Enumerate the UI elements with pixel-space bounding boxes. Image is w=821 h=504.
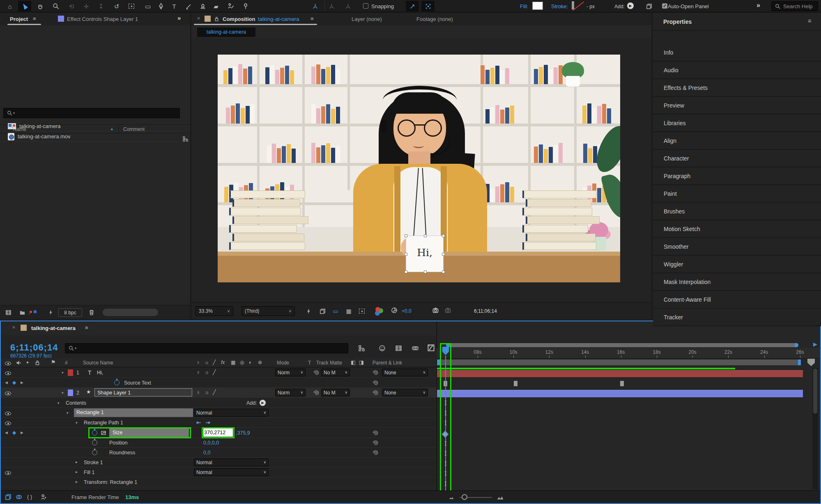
column-hash[interactable]: # — [65, 360, 68, 366]
matte-pickwhip-icon[interactable] — [314, 370, 319, 376]
frame-blending-icon[interactable] — [395, 345, 402, 352]
group-label[interactable]: Fill 1 — [84, 470, 94, 475]
expand-chevron-icon[interactable]: ▾ — [62, 391, 64, 395]
visibility-eye-icon[interactable] — [5, 470, 11, 476]
layer-color-chip[interactable] — [68, 369, 73, 376]
sidebar-item-align[interactable]: Align — [653, 132, 821, 150]
keyframe-next-icon[interactable]: ▶ — [21, 431, 23, 435]
magnification-dropdown[interactable]: 33.3% ∨ — [195, 306, 233, 316]
work-area-end-handle[interactable] — [798, 360, 801, 365]
rectangle-tool-button[interactable]: ▭ — [141, 1, 154, 11]
flowchart-icon[interactable] — [182, 136, 189, 142]
blend-mode-dropdown[interactable]: Norm∨ — [275, 389, 306, 396]
timeline-search-input[interactable] — [79, 345, 345, 351]
property-label[interactable]: Position — [109, 440, 127, 446]
collapsed-chevron-icon[interactable]: ▸ — [76, 470, 78, 474]
group-label[interactable]: Contents — [66, 400, 86, 406]
new-folder-icon[interactable] — [19, 309, 26, 316]
group-row-rectangle-path1[interactable]: ▾ Rectangle Path 1 ⇤ ⇥ — [1, 418, 437, 428]
expand-chevron-icon[interactable]: ▾ — [76, 421, 78, 425]
layer1-duration-bar[interactable] — [437, 370, 803, 377]
property-label-selected[interactable]: Size — [109, 428, 189, 437]
hand-tool-button[interactable] — [34, 1, 47, 11]
dolly-camera-tool-button[interactable]: ↧ — [94, 1, 108, 11]
local-axis-mode-icon[interactable] — [312, 3, 318, 9]
property-row-roundness[interactable]: Roundness 0,0 — [1, 448, 437, 458]
group-label[interactable]: Stroke 1 — [84, 460, 103, 465]
orbit-camera-tool-button[interactable]: ⟲ — [65, 1, 78, 11]
timeline-scrollbar[interactable] — [446, 343, 798, 347]
fast-previews-button[interactable] — [303, 306, 314, 316]
expand-chevron-icon[interactable]: ▾ — [67, 411, 69, 415]
tab-project[interactable]: Project — [10, 16, 28, 22]
camera-region-tool-button[interactable] — [125, 1, 138, 11]
path-direction-out-icon[interactable]: ⇥ — [205, 419, 210, 425]
project-item-row[interactable]: talking-at-camera — [0, 121, 180, 131]
region-of-interest-button[interactable]: ▦ — [343, 306, 354, 316]
sidebar-item-audio[interactable]: Audio — [653, 62, 821, 79]
keyframe-add-icon[interactable]: ◆ — [12, 380, 16, 385]
parent-pickwhip-icon[interactable] — [373, 370, 378, 376]
in-out-columns-icon[interactable]: { } — [27, 494, 32, 499]
trash-icon[interactable] — [88, 309, 95, 316]
shy-layers-icon[interactable] — [379, 345, 386, 352]
add-play-icon[interactable]: ▶ — [627, 2, 634, 9]
properties-menu-icon[interactable]: ≡ — [808, 18, 811, 24]
sidebar-item-paint[interactable]: Paint — [653, 185, 821, 203]
size-value-input[interactable] — [203, 428, 233, 437]
group-row-fill1[interactable]: ▸ Fill 1 Normal∨ — [1, 467, 437, 477]
parent-dropdown[interactable]: None∨ — [382, 369, 428, 376]
close-tab-icon[interactable]: × — [197, 16, 200, 21]
rotation-tool-button[interactable]: ↺ — [110, 1, 123, 11]
zoom-in-mountain-icon[interactable] — [496, 493, 504, 501]
selection-handle[interactable] — [405, 234, 407, 237]
pen-tool-button[interactable] — [154, 1, 168, 11]
grid-guides-button[interactable] — [356, 306, 367, 316]
exposure-value[interactable]: +0,0 — [402, 308, 412, 314]
column-parent-link[interactable]: Parent & Link — [373, 360, 402, 366]
sidebar-item-smoother[interactable]: Smoother — [653, 238, 821, 256]
snapshot-camera-icon[interactable] — [432, 307, 439, 314]
selection-handle[interactable] — [405, 270, 407, 273]
sidebar-item-paragraph[interactable]: Paragraph — [653, 167, 821, 185]
stopwatch-icon[interactable] — [114, 380, 120, 385]
group-row-rectangle1[interactable]: ▾ Rectangle 1 Normal∨ — [1, 408, 437, 418]
current-timecode[interactable]: 6;11;06;14 — [10, 342, 58, 353]
tab-effect-controls[interactable]: Effect Controls Shape Layer 1 — [67, 16, 138, 22]
blend-mode-dropdown[interactable]: Norm∨ — [275, 369, 306, 376]
stopwatch-icon[interactable] — [92, 450, 97, 455]
layer2-duration-bar[interactable] — [437, 390, 803, 397]
work-area-bar[interactable] — [437, 360, 801, 365]
transparency-grid-button[interactable] — [317, 306, 328, 316]
expand-layers-icon[interactable] — [5, 494, 11, 500]
keyframe-prev-icon[interactable]: ◀ — [5, 431, 8, 435]
zoom-tool-button[interactable] — [49, 1, 62, 11]
brush-tool-button[interactable] — [182, 1, 195, 11]
matte-pickwhip-icon[interactable] — [314, 390, 319, 396]
parent-dropdown[interactable]: None∨ — [382, 389, 428, 396]
transfer-modes-icon[interactable] — [16, 494, 22, 500]
group-row-contents[interactable]: ▾ Contents Add: ▶ — [1, 398, 437, 408]
selection-handle[interactable] — [424, 270, 427, 273]
eraser-tool-button[interactable]: ▰ — [209, 1, 223, 11]
motion-blur-icon[interactable] — [412, 345, 419, 352]
switch-anchor-icon[interactable]: ♁ — [196, 390, 200, 395]
graph-editor-icon[interactable] — [427, 344, 435, 352]
timeline-tab-label[interactable]: talking-at-camera — [31, 325, 76, 331]
collapsed-chevron-icon[interactable]: ▸ — [76, 460, 78, 464]
search-help-box[interactable] — [771, 1, 818, 11]
fill-swatch[interactable] — [532, 2, 543, 10]
stroke-width-value[interactable]: - px — [586, 4, 595, 9]
viewer-timecode[interactable]: 6;11;06;14 — [474, 308, 497, 314]
collapsed-chevron-icon[interactable]: ▸ — [76, 480, 78, 484]
expand-chevron-icon[interactable]: ▾ — [62, 371, 64, 375]
lock-icon[interactable] — [214, 16, 219, 22]
sidebar-item-motion-sketch[interactable]: Motion Sketch — [653, 220, 821, 238]
puppet-pin-tool-button[interactable] — [239, 1, 252, 11]
show-snapshot-icon[interactable] — [444, 307, 451, 314]
property-pickwhip-icon[interactable] — [373, 440, 378, 446]
switch-quality-icon[interactable]: ☼ — [205, 390, 209, 395]
toolbar-overflow-chevrons[interactable]: » — [757, 2, 760, 9]
switch-quality-icon[interactable]: ☼ — [205, 370, 209, 375]
visibility-eye-icon[interactable] — [5, 411, 11, 417]
